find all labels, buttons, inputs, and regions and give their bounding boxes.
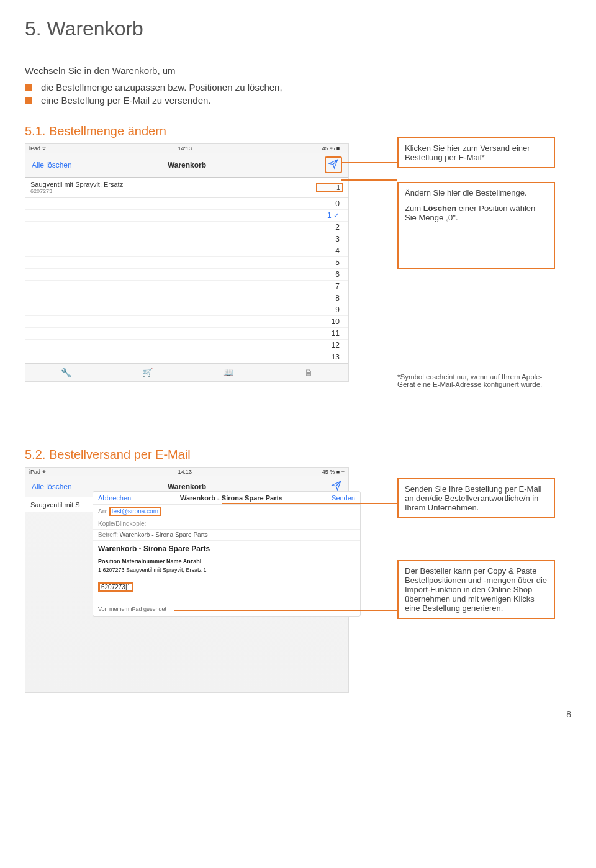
callout-connector [222, 503, 397, 504]
email-signature: Von meinem iPad gesendet [98, 606, 355, 612]
cc-bcc-field[interactable]: Kopie/Blindkopie: [98, 520, 146, 527]
bullet-item: eine Bestellung per E-Mail zu versenden. [25, 95, 571, 106]
callout-connector [174, 610, 397, 611]
email-body-raw-import: 6207273|1 [98, 582, 133, 592]
picker-option[interactable]: 13 [25, 351, 348, 363]
picker-option-selected[interactable]: 1 [25, 210, 348, 222]
email-body-line: 1 6207273 Saugventil mit Sprayvit, Ersat… [98, 567, 355, 573]
callout-connector [341, 162, 397, 163]
cart-icon[interactable]: 🛒 [142, 368, 153, 377]
paper-plane-icon [328, 158, 339, 171]
status-left: iPad ᯤ [29, 145, 48, 151]
picker-option[interactable]: 2 [25, 222, 348, 233]
document-icon[interactable]: 🗎 [304, 368, 313, 377]
callout-connector [341, 179, 397, 181]
cart-item-qty-input[interactable]: 1 [316, 183, 343, 192]
screenshot-email-compose: iPad ᯤ 14:13 45 % ■ + Alle löschen Waren… [25, 467, 349, 693]
picker-option[interactable]: 4 [25, 245, 348, 257]
status-left: iPad ᯤ [29, 469, 48, 475]
status-right: 45 % ■ + [322, 469, 345, 475]
intro-bullets: die Bestellmenge anzupassen bzw. Positio… [25, 82, 571, 106]
callout-change-qty: Ändern Sie hier die Bestellmenge. Zum Lö… [397, 182, 555, 269]
section-5-2-heading: 5.2. Bestellversand per E-Mail [25, 448, 571, 462]
send-email-button[interactable] [325, 156, 342, 173]
picker-option[interactable]: 3 [25, 233, 348, 245]
page-number: 8 [25, 709, 571, 719]
picker-option[interactable]: 0 [25, 198, 348, 210]
to-label: An: [98, 508, 107, 515]
bullet-item: die Bestellmenge anzupassen bzw. Positio… [25, 82, 571, 93]
subject-label: Betreff: [98, 531, 118, 538]
cart-item-name: Saugventil mit Sprayvit, Ersatz [30, 181, 123, 188]
picker-option[interactable]: 5 [25, 257, 348, 269]
status-right: 45 % ■ + [322, 145, 345, 151]
callout-send-email: Klicken Sie hier zum Versand einer Beste… [397, 137, 555, 168]
callout-send-to-responsible: Senden Sie Ihre Bestellung per E-Mail an… [397, 478, 555, 518]
screenshot-warenkorb-picker: iPad ᯤ 14:13 45 % ■ + Alle löschen Waren… [25, 143, 349, 382]
email-body-columns: Position Materialnummer Name Anzahl [98, 558, 355, 564]
picker-option[interactable]: 8 [25, 292, 348, 304]
cart-item-ref: 6207273 [30, 188, 316, 194]
status-time: 14:13 [178, 469, 192, 475]
compose-title: Warenkorb - Sirona Spare Parts [180, 494, 282, 502]
picker-option[interactable]: 11 [25, 328, 348, 340]
picker-option[interactable]: 6 [25, 269, 348, 281]
picker-option[interactable]: 9 [25, 304, 348, 316]
delete-all-button[interactable]: Alle löschen [32, 161, 72, 170]
wrench-icon[interactable]: 🔧 [61, 368, 71, 377]
to-field[interactable]: test@sirona.com [109, 507, 161, 516]
page-title: 5. Warenkorb [25, 17, 571, 40]
picker-option[interactable]: 7 [25, 281, 348, 292]
callout-copy-paste-import: Der Besteller kann per Copy & Paste Best… [397, 560, 555, 619]
email-compose-sheet: Abbrechen Warenkorb - Sirona Spare Parts… [93, 491, 361, 617]
picker-option[interactable]: 12 [25, 340, 348, 351]
quantity-picker[interactable]: 0 1 2 3 4 5 6 7 8 9 10 11 12 13 [25, 198, 348, 363]
footnote-email-symbol: *Symbol erscheint nur, wenn auf Ihrem Ap… [397, 373, 546, 388]
compose-send-button[interactable]: Senden [332, 494, 355, 502]
status-time: 14:13 [178, 145, 192, 151]
toolbar-title: Warenkorb [25, 161, 348, 170]
book-icon[interactable]: 📖 [223, 368, 233, 377]
email-body-heading: Warenkorb - Sirona Spare Parts [98, 545, 355, 553]
delete-all-button[interactable]: Alle löschen [32, 482, 72, 491]
picker-option[interactable]: 10 [25, 316, 348, 328]
compose-cancel-button[interactable]: Abbrechen [98, 494, 131, 502]
section-5-1-heading: 5.1. Bestellmenge ändern [25, 124, 571, 138]
paper-plane-icon[interactable] [331, 480, 342, 493]
subject-field[interactable]: Warenkorb - Sirona Spare Parts [120, 531, 208, 538]
intro-text: Wechseln Sie in den Warenkorb, um [25, 65, 571, 76]
